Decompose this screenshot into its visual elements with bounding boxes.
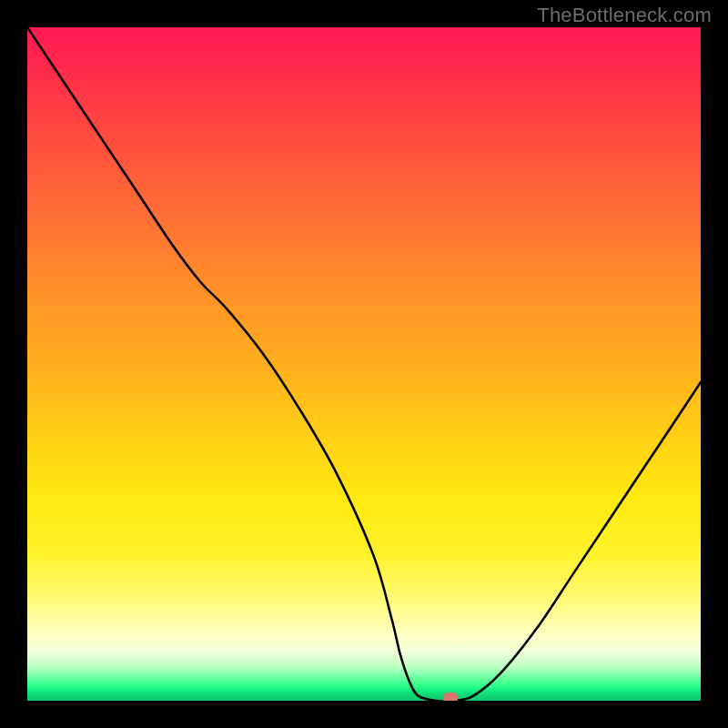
optimal-point-marker: [443, 693, 458, 701]
watermark-text: TheBottleneck.com: [537, 4, 712, 27]
bottleneck-curve: [27, 27, 701, 701]
chart-frame: TheBottleneck.com: [0, 0, 728, 728]
curve-path: [27, 27, 701, 701]
plot-area: [27, 27, 701, 701]
